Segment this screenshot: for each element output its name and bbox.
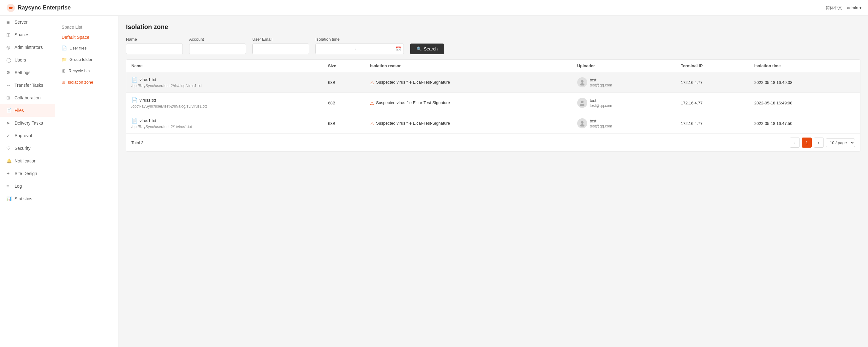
file-name-0: 📄 virus1.txt	[131, 77, 318, 83]
second-sidebar-user-files[interactable]: 📄 User files	[55, 42, 118, 54]
user-menu[interactable]: admin ▾	[847, 5, 862, 10]
cell-isolation-time-0: 2022-05-18 16:49:08	[749, 72, 860, 93]
table-body: 📄 virus1.txt /opt/RaySync/user/test-2/rh…	[126, 72, 860, 134]
filename-1: virus1.txt	[140, 98, 156, 103]
svg-point-2	[580, 83, 585, 85]
approval-icon: ✓	[6, 133, 11, 138]
log-icon: ≡	[6, 183, 11, 188]
isolation-icon: ⊞	[62, 79, 65, 84]
sidebar-item-settings[interactable]: ⚙ Settings	[0, 66, 55, 79]
sidebar-label-notification: Notification	[14, 159, 36, 164]
files-icon: 📄	[6, 108, 11, 113]
prev-page-btn[interactable]: ‹	[790, 138, 800, 148]
uploader-cell-0: test test@qq.com	[577, 77, 671, 88]
total-count: Total 3	[131, 140, 143, 145]
sidebar-label-files: Files	[14, 108, 24, 113]
pagination: ‹ 1 › 10 / page 20 / page 50 / page	[790, 138, 855, 148]
page-1-btn[interactable]: 1	[802, 138, 812, 148]
uploader-name-0: test	[590, 78, 612, 82]
sidebar-item-site-design[interactable]: ✦ Site Design	[0, 167, 55, 180]
cell-terminal-ip-1: 172.16.4.77	[676, 93, 749, 113]
name-filter-label: Name	[126, 37, 183, 42]
sidebar-item-delivery-tasks[interactable]: ➤ Delivery Tasks	[0, 117, 55, 129]
sidebar-label-site: Site Design	[14, 171, 37, 176]
server-icon: ▣	[6, 20, 11, 25]
sidebar-label-delivery: Delivery Tasks	[14, 120, 43, 126]
calendar-icon[interactable]: 📅	[393, 46, 404, 51]
email-filter-input[interactable]	[252, 43, 309, 54]
space-list-title[interactable]: Space List	[55, 22, 118, 32]
search-button[interactable]: 🔍 Search	[410, 43, 444, 54]
sidebar-item-files[interactable]: 📄 Files	[0, 104, 55, 117]
sidebar-label-statistics: Statistics	[14, 196, 32, 201]
reason-text-2: Suspected virus file Eicar-Test-Signatur…	[376, 121, 450, 126]
delivery-icon: ➤	[6, 120, 11, 126]
logo-icon	[6, 3, 15, 12]
uploader-email-2: test@qq.com	[590, 124, 612, 128]
page-size-select[interactable]: 10 / page 20 / page 50 / page	[826, 138, 855, 147]
date-filter-group: Isolation time → 📅	[315, 37, 404, 54]
sidebar-item-log[interactable]: ≡ Log	[0, 180, 55, 193]
sidebar-item-statistics[interactable]: 📊 Statistics	[0, 193, 55, 205]
uploader-name-2: test	[590, 118, 612, 123]
table-row[interactable]: 📄 virus1.txt /opt/RaySync/user/test-2/rh…	[126, 93, 860, 113]
sidebar-item-security[interactable]: 🛡 Security	[0, 142, 55, 154]
isolation-table-container: Name Size Isolation reason Uploader Term…	[126, 59, 861, 152]
notification-icon: 🔔	[6, 159, 11, 164]
settings-icon: ⚙	[6, 70, 11, 75]
table-footer: Total 3 ‹ 1 › 10 / page 20 / page 50 / p…	[126, 133, 860, 151]
cell-isolation-reason-2: ⚠ Suspected virus file Eicar-Test-Signat…	[365, 113, 572, 134]
file-path-2: /opt/RaySync/user/test-2/1/virus1.txt	[131, 125, 318, 129]
default-space-title[interactable]: Default Space	[55, 32, 118, 42]
sidebar-item-server[interactable]: ▣ Server	[0, 16, 55, 28]
email-filter-label: User Email	[252, 37, 309, 42]
security-icon: 🛡	[6, 146, 11, 151]
date-to-input[interactable]	[358, 45, 394, 53]
cell-name-2: 📄 virus1.txt /opt/RaySync/user/test-2/1/…	[126, 113, 323, 134]
uploader-info-0: test test@qq.com	[590, 78, 612, 88]
language-selector[interactable]: 简体中文	[826, 5, 842, 11]
sidebar-label-server: Server	[14, 20, 28, 25]
reason-text-1: Suspected virus file Eicar-Test-Signatur…	[376, 100, 450, 105]
cell-isolation-reason-0: ⚠ Suspected virus file Eicar-Test-Signat…	[365, 72, 572, 93]
table-row[interactable]: 📄 virus1.txt /opt/RaySync/user/test-2/1/…	[126, 113, 860, 134]
sidebar-item-administrators[interactable]: ◎ Administrators	[0, 41, 55, 54]
warn-icon-1: ⚠	[370, 101, 374, 106]
cell-name-1: 📄 virus1.txt /opt/RaySync/user/test-2/rh…	[126, 93, 323, 113]
date-from-input[interactable]	[316, 45, 351, 53]
name-filter-input[interactable]	[126, 43, 183, 54]
chevron-down-icon: ▾	[860, 5, 862, 10]
cell-terminal-ip-0: 172.16.4.77	[676, 72, 749, 93]
sidebar-label-spaces: Spaces	[14, 32, 29, 37]
avatar-svg-0	[579, 79, 585, 85]
second-sidebar-group-folder[interactable]: 📁 Group folder	[55, 54, 118, 65]
cell-uploader-1: test test@qq.com	[572, 93, 676, 113]
table-header: Name Size Isolation reason Uploader Term…	[126, 60, 860, 72]
sidebar-item-users[interactable]: ◯ Users	[0, 54, 55, 66]
cell-isolation-reason-1: ⚠ Suspected virus file Eicar-Test-Signat…	[365, 93, 572, 113]
sidebar-item-notification[interactable]: 🔔 Notification	[0, 154, 55, 167]
col-uploader: Uploader	[572, 60, 676, 72]
next-page-btn[interactable]: ›	[814, 138, 824, 148]
uploader-info-2: test test@qq.com	[590, 118, 612, 128]
isolation-table: Name Size Isolation reason Uploader Term…	[126, 60, 860, 133]
svg-point-3	[581, 101, 584, 103]
sidebar-label-security: Security	[14, 146, 31, 151]
avatar-2	[577, 118, 587, 128]
date-range-picker[interactable]: → 📅	[315, 43, 404, 54]
group-folder-icon: 📁	[62, 57, 67, 62]
file-name-1: 📄 virus1.txt	[131, 97, 318, 103]
sidebar-item-spaces[interactable]: ◫ Spaces	[0, 28, 55, 41]
file-name-2: 📄 virus1.txt	[131, 118, 318, 124]
isolation-reason-1: ⚠ Suspected virus file Eicar-Test-Signat…	[370, 100, 567, 106]
sidebar-item-collaboration[interactable]: ⊞ Collaboration	[0, 92, 55, 104]
second-sidebar-recycle-bin[interactable]: 🗑 Recycle bin	[55, 65, 118, 76]
sidebar-item-transfer-tasks[interactable]: ↔ Transfer Tasks	[0, 79, 55, 92]
col-terminal-ip: Terminal IP	[676, 60, 749, 72]
account-filter-input[interactable]	[189, 43, 246, 54]
sidebar-item-approval[interactable]: ✓ Approval	[0, 129, 55, 142]
second-sidebar-isolation-zone[interactable]: ⊞ Isolation zone	[55, 76, 118, 88]
table-row[interactable]: 📄 virus1.txt /opt/RaySync/user/test-2/rh…	[126, 72, 860, 93]
search-btn-label: Search	[424, 46, 438, 51]
date-separator: →	[351, 46, 358, 51]
